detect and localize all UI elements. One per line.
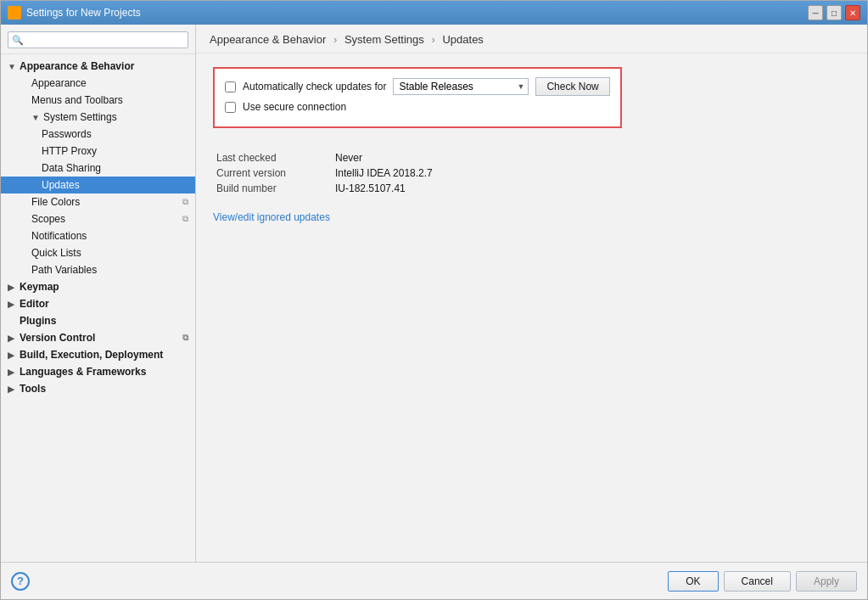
sidebar-item-build-execution[interactable]: ▶ Build, Execution, Deployment: [1, 346, 195, 363]
chevron-right-icon: ▶: [8, 283, 16, 292]
breadcrumb-item-1: Appearance & Behavior: [210, 33, 326, 46]
last-checked-row: Last checked Never: [216, 152, 850, 164]
sidebar-item-path-variables[interactable]: Path Variables: [1, 261, 195, 278]
nav-section-appearance-behavior: ▼ Appearance & Behavior Appearance Menus…: [1, 58, 195, 278]
window-icon: [8, 6, 21, 20]
breadcrumb-separator: ›: [333, 33, 337, 46]
breadcrumb-item-3: Updates: [442, 33, 483, 46]
cancel-button[interactable]: Cancel: [724, 571, 791, 592]
chevron-right-icon: ▶: [8, 384, 16, 394]
sidebar-item-menus-toolbars[interactable]: Menus and Toolbars: [1, 92, 195, 109]
release-type-dropdown[interactable]: Stable Releases Early Access Program Bet…: [393, 78, 529, 95]
sidebar-item-keymap[interactable]: ▶ Keymap: [1, 278, 195, 295]
chevron-right-icon: ▶: [8, 334, 16, 343]
chevron-right-icon: ▶: [8, 350, 16, 360]
close-button[interactable]: ✕: [845, 5, 860, 20]
sidebar-item-quick-lists[interactable]: Quick Lists: [1, 244, 195, 261]
updates-box: Automatically check updates for Stable R…: [213, 67, 622, 128]
build-number-label: Build number: [216, 182, 335, 194]
secure-connection-label: Use secure connection: [243, 101, 346, 113]
sidebar-item-appearance[interactable]: Appearance: [1, 75, 195, 92]
bottom-left: ?: [11, 572, 663, 591]
copy-icon: ⧉: [182, 333, 188, 343]
last-checked-label: Last checked: [216, 152, 335, 164]
nav-tree: ▼ Appearance & Behavior Appearance Menus…: [1, 54, 195, 401]
sidebar-item-notifications[interactable]: Notifications: [1, 227, 195, 244]
sidebar-item-file-colors[interactable]: File Colors ⧉: [1, 193, 195, 210]
sidebar-item-system-settings[interactable]: ▼ System Settings: [1, 109, 195, 126]
secure-connection-row: Use secure connection: [225, 101, 610, 113]
current-version-value: IntelliJ IDEA 2018.2.7: [335, 167, 433, 179]
search-input-wrap[interactable]: 🔍: [8, 31, 188, 48]
sidebar-item-tools[interactable]: ▶ Tools: [1, 380, 195, 397]
build-number-row: Build number IU-182.5107.41: [216, 182, 850, 194]
title-controls: ─ □ ✕: [808, 5, 860, 20]
chevron-down-icon: ▼: [31, 113, 40, 122]
sidebar-item-label: Appearance & Behavior: [20, 60, 134, 72]
info-table: Last checked Never Current version Intel…: [216, 152, 850, 194]
chevron-down-icon: ▼: [8, 62, 16, 71]
auto-check-checkbox[interactable]: [225, 81, 236, 93]
sidebar-item-plugins[interactable]: ▶ Plugins: [1, 312, 195, 329]
breadcrumb: Appearance & Behavior › System Settings …: [196, 25, 867, 53]
window-title: Settings for New Projects: [26, 7, 808, 19]
maximize-button[interactable]: □: [826, 5, 842, 20]
bottom-bar: ? OK Cancel Apply: [1, 562, 867, 599]
sidebar: 🔍 ▼ Appearance & Behavior Appearance Men…: [1, 25, 196, 562]
title-bar: Settings for New Projects ─ □ ✕: [1, 1, 867, 25]
last-checked-value: Never: [335, 152, 362, 164]
sidebar-item-editor[interactable]: ▶ Editor: [1, 295, 195, 312]
sidebar-item-version-control[interactable]: ▶ Version Control ⧉: [1, 329, 195, 346]
build-number-value: IU-182.5107.41: [335, 182, 406, 194]
auto-check-label: Automatically check updates for: [243, 81, 386, 93]
breadcrumb-separator-2: ›: [431, 33, 434, 46]
search-input[interactable]: [27, 34, 184, 46]
ok-button[interactable]: OK: [668, 571, 718, 592]
sidebar-item-passwords[interactable]: Passwords: [1, 126, 195, 143]
stable-releases-dropdown-wrap: Stable Releases Early Access Program Bet…: [393, 78, 529, 95]
right-panel: Appearance & Behavior › System Settings …: [196, 25, 867, 562]
minimize-button[interactable]: ─: [808, 5, 823, 20]
auto-check-row: Automatically check updates for Stable R…: [225, 77, 610, 96]
view-ignored-link[interactable]: View/edit ignored updates: [213, 211, 330, 223]
breadcrumb-item-2: System Settings: [344, 33, 424, 46]
secure-connection-checkbox[interactable]: [225, 102, 236, 113]
search-icon: 🔍: [12, 35, 24, 46]
chevron-right-icon: ▶: [8, 300, 16, 309]
copy-icon: ⧉: [182, 214, 188, 224]
main-content: 🔍 ▼ Appearance & Behavior Appearance Men…: [1, 25, 867, 562]
sidebar-item-http-proxy[interactable]: HTTP Proxy: [1, 143, 195, 160]
apply-button[interactable]: Apply: [796, 571, 857, 592]
sidebar-item-languages-frameworks[interactable]: ▶ Languages & Frameworks: [1, 363, 195, 380]
current-version-label: Current version: [216, 167, 335, 179]
settings-window: Settings for New Projects ─ □ ✕ 🔍 ▼: [0, 0, 868, 600]
sidebar-item-scopes[interactable]: Scopes ⧉: [1, 210, 195, 227]
help-button[interactable]: ?: [11, 572, 30, 591]
chevron-right-icon: ▶: [8, 367, 16, 377]
check-now-button[interactable]: Check Now: [535, 77, 609, 96]
current-version-row: Current version IntelliJ IDEA 2018.2.7: [216, 167, 850, 179]
sidebar-item-updates[interactable]: Updates: [1, 177, 195, 193]
sidebar-item-data-sharing[interactable]: Data Sharing: [1, 160, 195, 177]
content-area: Automatically check updates for Stable R…: [196, 53, 867, 562]
search-bar: 🔍: [1, 25, 195, 54]
sidebar-item-appearance-behavior[interactable]: ▼ Appearance & Behavior: [1, 58, 195, 75]
copy-icon: ⧉: [182, 197, 188, 207]
